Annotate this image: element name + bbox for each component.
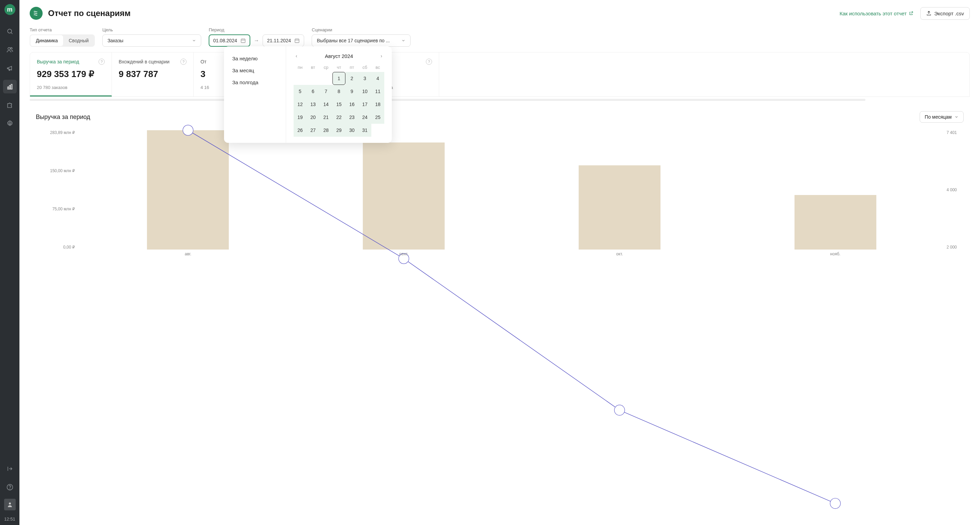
calendar-day[interactable]: 31 — [358, 124, 371, 137]
svg-rect-4 — [8, 87, 8, 89]
help-icon[interactable] — [3, 480, 17, 494]
calendar-day[interactable]: 22 — [332, 111, 345, 124]
calendar-day[interactable]: 15 — [332, 98, 345, 111]
calendar-dow: вт — [307, 63, 320, 72]
quick-month[interactable]: За месяц — [224, 64, 286, 76]
goal-select[interactable]: Заказы — [102, 35, 201, 47]
report-type-label: Тип отчета — [30, 27, 95, 32]
plot-area — [80, 130, 943, 250]
upload-icon — [926, 11, 932, 16]
svg-point-10 — [10, 489, 10, 489]
scenarios-label: Сценарии — [312, 27, 410, 32]
x-axis-labels: авг.сент.окт.нояб. — [80, 251, 943, 260]
chart-grouping-value: По месяцам — [925, 114, 952, 120]
calendar-day[interactable]: 23 — [345, 111, 358, 124]
calendar-icon — [294, 38, 300, 43]
how-to-link-label: Как использовать этот отчет — [840, 11, 907, 16]
svg-point-20 — [183, 125, 193, 135]
calendar-day[interactable]: 10 — [358, 85, 371, 98]
toggle-dynamics[interactable]: Динамика — [30, 35, 63, 46]
puzzle-icon[interactable] — [3, 98, 17, 112]
chevron-down-icon — [192, 38, 196, 43]
chart-grouping-select[interactable]: По месяцам — [920, 111, 964, 123]
y-tick-left: 283,89 млн ₽ — [50, 130, 75, 135]
metric-value: 929 353 179 ₽ — [37, 69, 105, 80]
svg-point-2 — [8, 48, 10, 50]
x-tick: окт. — [512, 251, 728, 260]
calendar-day[interactable]: 9 — [345, 85, 358, 98]
calendar-day[interactable]: 13 — [307, 98, 320, 111]
calendar-day[interactable]: 14 — [320, 98, 332, 111]
svg-point-22 — [614, 405, 625, 415]
calendar-day[interactable]: 25 — [371, 111, 384, 124]
date-from-value: 01.08.2024 — [213, 38, 237, 43]
help-tooltip-icon[interactable]: ? — [180, 59, 186, 65]
calendar-day[interactable]: 21 — [320, 111, 332, 124]
metric-title-label: Выручка за период — [37, 59, 79, 64]
toggle-summary[interactable]: Сводный — [63, 35, 94, 46]
svg-rect-16 — [295, 39, 299, 43]
calendar-day[interactable]: 30 — [345, 124, 358, 137]
next-month-button[interactable]: › — [379, 52, 384, 60]
chevron-down-icon — [955, 115, 959, 119]
x-tick: нояб. — [727, 251, 943, 260]
scenarios-select[interactable]: Выбраны все 17 сценариев по ... — [312, 35, 410, 47]
calendar-day[interactable]: 16 — [345, 98, 358, 111]
quick-halfyear[interactable]: За полгода — [224, 76, 286, 88]
clock-label: 12:51 — [4, 517, 15, 522]
help-tooltip-icon[interactable]: ? — [426, 59, 432, 65]
calendar-day[interactable]: 20 — [307, 111, 320, 124]
calendar-day[interactable]: 5 — [294, 85, 307, 98]
quick-week[interactable]: За неделю — [224, 52, 286, 64]
svg-line-1 — [11, 33, 12, 34]
date-to-input[interactable]: 21.11.2024 — [262, 35, 304, 47]
calendar-dow: вс — [371, 63, 384, 72]
calendar-day[interactable]: 27 — [307, 124, 320, 137]
calendar-icon — [240, 38, 246, 43]
calendar-day[interactable]: 12 — [294, 98, 307, 111]
y-tick-right: 4 000 — [947, 188, 957, 192]
calendar-day[interactable]: 29 — [332, 124, 345, 137]
users-icon[interactable] — [3, 43, 17, 57]
calendar-day[interactable]: 6 — [307, 85, 320, 98]
date-to-value: 21.11.2024 — [267, 38, 291, 43]
svg-point-7 — [9, 123, 11, 124]
chart-line — [80, 130, 943, 525]
reports-icon[interactable] — [3, 80, 17, 94]
calendar-day[interactable]: 3 — [358, 72, 371, 85]
calendar-day[interactable]: 26 — [294, 124, 307, 137]
user-avatar[interactable] — [4, 499, 16, 510]
page-title: Отчет по сценариям — [48, 8, 130, 18]
calendar-day[interactable]: 1 — [332, 72, 345, 85]
calendar-day[interactable]: 11 — [371, 85, 384, 98]
calendar-day[interactable]: 7 — [320, 85, 332, 98]
calendar-day[interactable]: 4 — [371, 72, 384, 85]
calendar-day[interactable]: 2 — [345, 72, 358, 85]
calendar-day[interactable]: 28 — [320, 124, 332, 137]
metric-card[interactable]: Вхождений в сценарии ? 9 837 787 — [112, 52, 194, 97]
megaphone-icon[interactable] — [3, 61, 17, 75]
collapse-icon[interactable] — [3, 462, 17, 476]
chart-canvas: 283,89 млн ₽150,00 млн ₽75,00 млн ₽0,00 … — [36, 130, 964, 260]
scenarios-value: Выбраны все 17 сценариев по ... — [317, 38, 390, 43]
svg-point-0 — [8, 29, 11, 33]
calendar-day[interactable]: 8 — [332, 85, 345, 98]
page-header: Отчет по сценариям Как использовать этот… — [19, 0, 980, 24]
help-tooltip-icon[interactable]: ? — [99, 59, 105, 65]
app-logo[interactable]: m — [5, 4, 15, 15]
search-icon[interactable] — [3, 25, 17, 38]
date-from-input[interactable]: 01.08.2024 — [209, 35, 250, 47]
export-csv-button[interactable]: Экспорт .csv — [920, 7, 970, 20]
calendar-day[interactable]: 17 — [358, 98, 371, 111]
calendar-day[interactable]: 19 — [294, 111, 307, 124]
calendar-day[interactable]: 24 — [358, 111, 371, 124]
report-type-icon — [30, 7, 43, 20]
period-label: Период — [209, 27, 304, 32]
how-to-link[interactable]: Как использовать этот отчет — [840, 11, 913, 16]
gear-icon[interactable] — [3, 116, 17, 130]
calendar-day[interactable]: 18 — [371, 98, 384, 111]
prev-month-button[interactable]: ‹ — [294, 52, 299, 60]
calendar-grid: пнвтсрчтптсбвс12345678910111213141516171… — [294, 63, 384, 137]
metric-card[interactable]: Выручка за период ? 929 353 179 ₽ 20 780… — [30, 52, 112, 97]
metric-sub: 20 780 заказов — [37, 85, 105, 90]
